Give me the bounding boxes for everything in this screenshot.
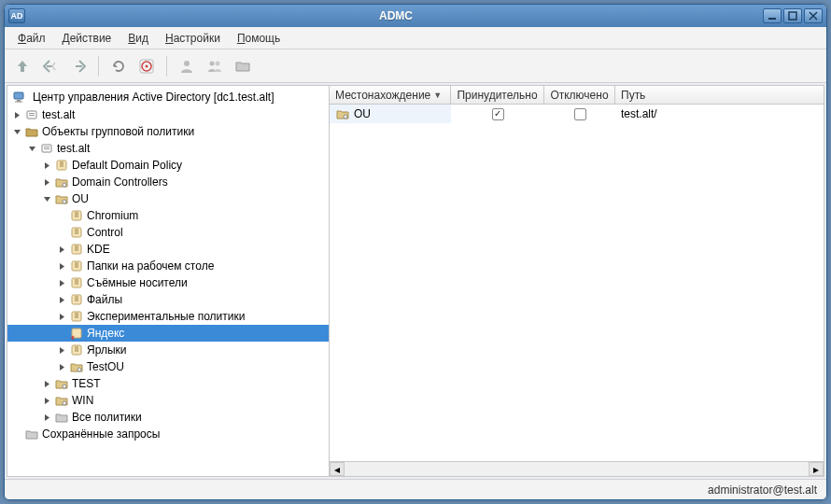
column-label: Принудительно	[457, 89, 537, 102]
monitor-icon	[11, 90, 26, 105]
tree-label: Все политики	[72, 411, 142, 424]
tree-item-desktop-folders[interactable]: Папки на рабочем столе	[7, 258, 329, 274]
expand-icon[interactable]	[54, 292, 69, 307]
titlebar[interactable]: AD ADMC	[5, 5, 826, 27]
tree-label: TEST	[72, 377, 101, 390]
column-location[interactable]: Местонахождение ▼	[330, 86, 451, 104]
tree-item-win[interactable]: WIN	[7, 392, 329, 409]
tree-item-shortcuts[interactable]: Ярлыки	[7, 342, 329, 358]
tree-item-ou[interactable]: OU	[7, 190, 329, 207]
tree-item-gpo-container[interactable]: Объекты групповой политики	[7, 123, 329, 140]
menu-settings[interactable]: Настройки	[158, 30, 228, 47]
menu-file[interactable]: Файл	[10, 30, 53, 47]
gpo-icon	[69, 225, 84, 240]
tree-item-yandex[interactable]: Яндекс	[7, 325, 329, 342]
expand-icon[interactable]	[39, 393, 54, 408]
svg-point-14	[210, 61, 215, 65]
tree-item-testou[interactable]: TestOU	[7, 358, 329, 375]
cell-location: OU	[354, 107, 371, 120]
expand-icon[interactable]	[54, 309, 69, 324]
tree-label: test.alt	[42, 108, 75, 121]
toolbar-separator	[98, 56, 99, 77]
tree-label: Ярлыки	[87, 343, 127, 357]
expand-icon[interactable]	[39, 376, 54, 391]
svg-point-11	[146, 64, 148, 67]
folder-grey-icon	[54, 410, 69, 425]
app-window: AD ADMC Файл Действие Вид Настройки Помо…	[4, 4, 827, 500]
tree-item-experimental[interactable]: Экспериментальные политики	[7, 308, 329, 325]
gpo-icon	[69, 275, 84, 290]
tree-item-dc[interactable]: Domain Controllers	[7, 174, 329, 190]
ou-icon	[335, 106, 350, 121]
tree-item-chromium[interactable]: Chromium	[7, 207, 329, 224]
tree-item-removable[interactable]: Съёмные носители	[7, 274, 329, 291]
close-button[interactable]	[804, 8, 823, 23]
nav-back-button[interactable]	[38, 54, 63, 78]
tree-pane[interactable]: Центр управления Active Directory [dc1.t…	[7, 86, 330, 476]
new-user-button[interactable]	[175, 54, 199, 78]
domain-icon	[39, 141, 54, 156]
app-icon: AD	[8, 8, 25, 23]
enforced-checkbox[interactable]	[492, 108, 504, 120]
horizontal-scrollbar[interactable]: ◂ ▸	[330, 461, 824, 476]
minimize-button[interactable]	[763, 8, 782, 23]
tree-label: Сохранённые запросы	[42, 427, 160, 441]
tree-label: Съёмные носители	[87, 276, 188, 289]
expand-icon[interactable]	[39, 158, 54, 173]
tree-item-saved-queries[interactable]: Сохранённые запросы	[7, 426, 329, 442]
window-title: ADMC	[31, 9, 761, 22]
column-enforced[interactable]: Принудительно	[451, 86, 544, 104]
menubar: Файл Действие Вид Настройки Помощь	[5, 27, 826, 49]
nav-up-button[interactable]	[10, 54, 35, 78]
table-body[interactable]: OU test.alt/	[330, 105, 824, 461]
expand-icon[interactable]	[9, 107, 24, 122]
ou-icon	[54, 376, 69, 391]
tree-item-testalt[interactable]: test.alt	[7, 140, 329, 157]
menu-action[interactable]: Действие	[55, 30, 120, 47]
nav-forward-button[interactable]	[66, 54, 91, 78]
gpo-icon	[69, 259, 84, 273]
statusbar: administrator@test.alt	[5, 479, 826, 499]
new-group-button[interactable]	[203, 54, 227, 78]
target-button[interactable]	[134, 54, 159, 78]
menu-view[interactable]: Вид	[120, 30, 156, 47]
table-row[interactable]: OU test.alt/	[330, 105, 824, 123]
ou-icon	[69, 359, 84, 374]
svg-rect-9	[789, 12, 796, 20]
column-label: Местонахождение	[335, 89, 430, 102]
tree-item-domain[interactable]: test.alt	[7, 106, 329, 123]
disabled-checkbox[interactable]	[574, 108, 586, 120]
column-disabled[interactable]: Отключено	[544, 86, 615, 104]
toolbar-separator	[166, 56, 167, 77]
new-ou-button[interactable]	[231, 54, 255, 78]
collapse-icon[interactable]	[9, 124, 24, 139]
maximize-button[interactable]	[783, 8, 802, 23]
column-path[interactable]: Путь	[615, 86, 824, 104]
toolbar	[5, 49, 826, 83]
tree-item-files[interactable]: Файлы	[7, 291, 329, 308]
refresh-button[interactable]	[106, 54, 131, 78]
tree-item-control[interactable]: Control	[7, 224, 329, 241]
tree-item-default-policy[interactable]: Default Domain Policy	[7, 157, 329, 174]
expand-icon[interactable]	[54, 359, 69, 374]
tree-label: KDE	[87, 243, 110, 256]
tree-item-kde[interactable]: KDE	[7, 241, 329, 258]
collapse-icon[interactable]	[24, 141, 39, 156]
expand-icon[interactable]	[54, 242, 69, 257]
tree-item-test[interactable]: TEST	[7, 375, 329, 392]
menu-help[interactable]: Помощь	[230, 30, 288, 47]
expand-icon[interactable]	[54, 259, 69, 273]
expand-icon[interactable]	[54, 275, 69, 290]
scroll-right-icon[interactable]: ▸	[809, 462, 824, 476]
expand-icon[interactable]	[39, 410, 54, 425]
tree-item-all-policies[interactable]: Все политики	[7, 409, 329, 426]
collapse-icon[interactable]	[39, 191, 54, 206]
tree-label: Default Domain Policy	[72, 159, 182, 172]
expand-icon[interactable]	[39, 175, 54, 189]
folder-grey-icon	[24, 427, 39, 441]
tree-label: Экспериментальные политики	[87, 310, 245, 323]
expand-icon[interactable]	[54, 343, 69, 357]
scroll-left-icon[interactable]: ◂	[330, 462, 345, 476]
tree-root[interactable]: Центр управления Active Directory [dc1.t…	[7, 88, 329, 106]
status-user: administrator@test.alt	[708, 483, 817, 497]
